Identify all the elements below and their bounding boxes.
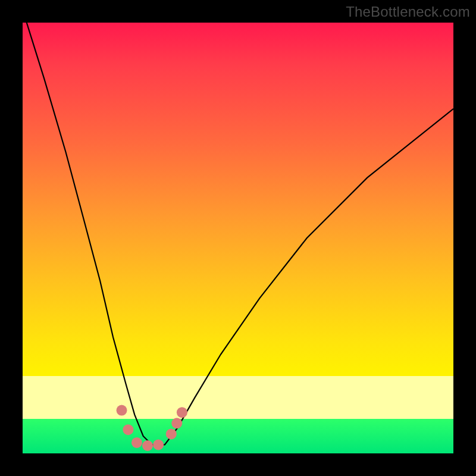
curve-layer	[23, 23, 453, 453]
chart-frame: TheBottleneck.com	[0, 0, 476, 476]
curve-marker	[117, 405, 127, 416]
curve-marker	[177, 407, 187, 418]
curve-marker	[153, 440, 164, 450]
marker-group	[117, 405, 187, 451]
watermark-text: TheBottleneck.com	[346, 4, 470, 20]
curve-marker	[123, 424, 133, 435]
curve-marker	[171, 418, 182, 428]
plot-area	[23, 23, 453, 453]
bottleneck-curve	[23, 23, 453, 445]
curve-marker	[166, 428, 177, 439]
curve-marker	[131, 437, 142, 448]
curve-marker	[142, 440, 153, 451]
